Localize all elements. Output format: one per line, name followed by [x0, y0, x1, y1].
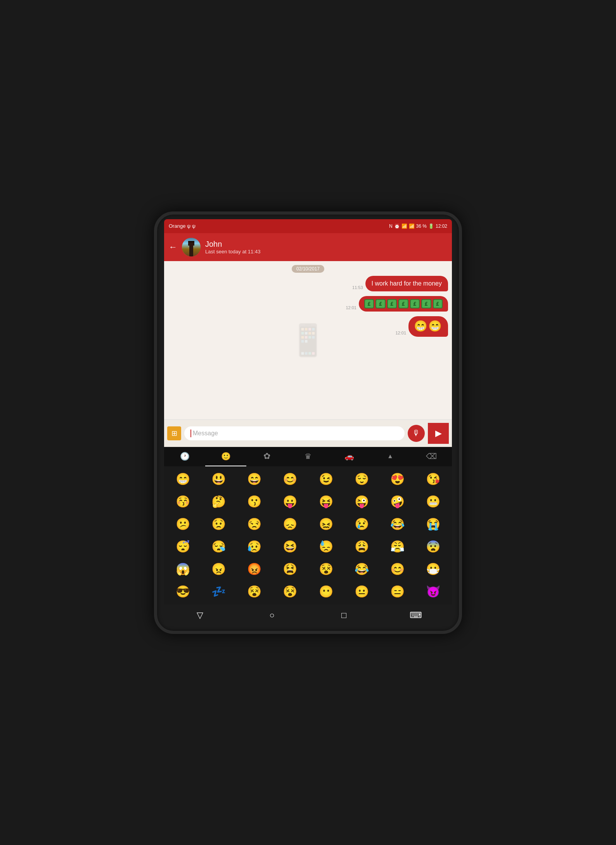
- device-screen: Orange ψ ψ N ⏰ 📶 📶 36 % 🔋 12:02 ← John L…: [164, 219, 452, 626]
- emoji-crazy[interactable]: 🤪: [380, 490, 415, 513]
- emoji-mask[interactable]: 😷: [415, 558, 451, 580]
- emoji-xmouth[interactable]: 😵: [272, 580, 308, 603]
- message-input-wrap[interactable]: Message: [184, 426, 405, 440]
- app-header: ← John Last seen today at 11:43: [164, 233, 452, 261]
- money-note: £: [433, 299, 443, 308]
- emoji-tab-recent[interactable]: 🕐: [164, 447, 205, 466]
- signal-icon: 📶: [409, 223, 415, 229]
- message-time: 12:01: [346, 305, 356, 310]
- emoji-grid: 😁 😃 😄 😊 😉 😌 😍 😘 😚 🤔 😗 😛 😝 😜 🤪 😬 😕 😟: [164, 466, 452, 604]
- emoji-tab-backspace[interactable]: ⌫: [411, 447, 452, 466]
- carrier-label: Orange ψ ψ: [169, 223, 196, 229]
- contact-status: Last seen today at 11:43: [205, 249, 447, 255]
- nav-bar: ▽ ○ □ ⌨: [164, 604, 452, 626]
- emoji-rage[interactable]: 😤: [380, 535, 415, 558]
- wifi-icon: 📶: [401, 223, 407, 229]
- battery-icon: 🔋: [428, 223, 434, 229]
- emoji-sleepy[interactable]: 😪: [201, 535, 236, 558]
- avatar-image: [182, 238, 201, 256]
- emoji-relieved[interactable]: 😌: [344, 468, 379, 490]
- money-note: £: [364, 299, 374, 308]
- status-indicators: N ⏰ 📶 📶 36 % 🔋 12:02: [389, 223, 447, 229]
- emoji-anguished[interactable]: 😖: [308, 513, 344, 535]
- contact-avatar[interactable]: [182, 238, 201, 256]
- message-bubble-emoji: 😁😁: [408, 316, 448, 336]
- emoji-laugh-cry[interactable]: 😂: [344, 558, 379, 580]
- emoji-weary[interactable]: 😩: [344, 535, 379, 558]
- emoji-scream[interactable]: 😱: [165, 558, 201, 580]
- emoji-blush[interactable]: 😊: [272, 468, 308, 490]
- message-time: 12:01: [395, 331, 406, 335]
- keyboard-grid-icon: ⊞: [171, 429, 177, 438]
- emoji-confused[interactable]: 😕: [165, 513, 201, 535]
- alarm-icon: ⏰: [394, 223, 400, 229]
- emoji-flat[interactable]: 😐: [344, 580, 379, 603]
- emoji-cry[interactable]: 😢: [344, 513, 379, 535]
- emoji-tab-symbols[interactable]: ▲: [370, 447, 411, 466]
- emoji-wink[interactable]: 😉: [308, 468, 344, 490]
- money-note: £: [398, 299, 408, 308]
- money-note: £: [421, 299, 431, 308]
- emoji-angry[interactable]: 😠: [201, 558, 236, 580]
- nav-back-button[interactable]: ▽: [190, 606, 210, 625]
- emoji-tab-travel[interactable]: 🚗: [329, 447, 370, 466]
- emoji-zzz[interactable]: 💤: [201, 580, 236, 603]
- emoji-grimace[interactable]: 😬: [415, 490, 451, 513]
- emoji-neutral[interactable]: 😶: [308, 580, 344, 603]
- emoji-disappointed[interactable]: 😞: [272, 513, 308, 535]
- emoji-worried[interactable]: 😟: [201, 513, 236, 535]
- emoji-sweat-smile[interactable]: 😆: [272, 535, 308, 558]
- emoji-tired[interactable]: 😫: [272, 558, 308, 580]
- nav-recents-button[interactable]: □: [334, 606, 354, 625]
- emoji-devil[interactable]: 😈: [415, 580, 451, 603]
- emoji-thinking[interactable]: 🤔: [201, 490, 236, 513]
- emoji-tab-nature[interactable]: ✿: [246, 447, 287, 466]
- emoji-kissing[interactable]: 😗: [237, 490, 272, 513]
- emoji-heart-eyes[interactable]: 😍: [380, 468, 415, 490]
- emoji-cold-sweat[interactable]: 😓: [308, 535, 344, 558]
- emoji-tab-smileys[interactable]: 🙂: [205, 447, 246, 466]
- emoji-joy[interactable]: 😂: [380, 513, 415, 535]
- emoji-blank[interactable]: 😑: [380, 580, 415, 603]
- emoji-fearful[interactable]: 😨: [415, 535, 451, 558]
- chat-messages: 02/10/2017 11:53 I work hard for the mon…: [164, 261, 452, 419]
- send-icon: ▶: [435, 428, 442, 438]
- emoji-squinting-tongue[interactable]: 😝: [308, 490, 344, 513]
- emoji-kissing-heart[interactable]: 😘: [415, 468, 451, 490]
- battery-label: 36 %: [416, 223, 427, 229]
- chat-area: 📱 02/10/2017 11:53 I work hard for the m…: [164, 261, 452, 419]
- device: Orange ψ ψ N ⏰ 📶 📶 36 % 🔋 12:02 ← John L…: [154, 211, 462, 634]
- emoji-xeyes[interactable]: 😵: [237, 580, 272, 603]
- emoji-sob[interactable]: 😭: [415, 513, 451, 535]
- keyboard-toggle-button[interactable]: ⊞: [167, 426, 181, 440]
- input-area: ⊞ Message 🎙 ▶: [164, 419, 452, 447]
- message-bubble-text: I work hard for the money: [365, 276, 448, 292]
- emoji-sunglasses[interactable]: 😎: [165, 580, 201, 603]
- cursor: [190, 429, 191, 437]
- emoji-red-angry[interactable]: 😡: [237, 558, 272, 580]
- voice-button[interactable]: 🎙: [408, 425, 425, 442]
- emoji-happy[interactable]: 😊: [380, 558, 415, 580]
- time-label: 12:02: [436, 223, 447, 229]
- emoji-expressionless[interactable]: 😒: [237, 513, 272, 535]
- message-row: 12:01 😁😁: [168, 316, 448, 336]
- emoji-smile[interactable]: 😄: [237, 468, 272, 490]
- emoji-grinning[interactable]: 😁: [165, 468, 201, 490]
- emoji-smiley[interactable]: 😃: [201, 468, 236, 490]
- nav-keyboard-button[interactable]: ⌨: [406, 606, 426, 625]
- emoji-winking-tongue[interactable]: 😜: [344, 490, 379, 513]
- emoji-kissing-closed[interactable]: 😚: [165, 490, 201, 513]
- send-button[interactable]: ▶: [428, 423, 449, 444]
- emoji-sweat[interactable]: 😥: [237, 535, 272, 558]
- microphone-icon: 🎙: [412, 429, 420, 438]
- money-note: £: [387, 299, 397, 308]
- money-note: £: [410, 299, 420, 308]
- emoji-sleeping[interactable]: 😴: [165, 535, 201, 558]
- nav-home-button[interactable]: ○: [262, 606, 282, 625]
- emoji-dizzy[interactable]: 😵: [308, 558, 344, 580]
- emoji-tab-objects[interactable]: ♛: [287, 447, 329, 466]
- message-input-placeholder[interactable]: Message: [193, 430, 218, 437]
- emoji-tabs: 🕐 🙂 ✿ ♛ 🚗 ▲ ⌫: [164, 447, 452, 466]
- back-button[interactable]: ←: [169, 242, 177, 252]
- emoji-tongue-out[interactable]: 😛: [272, 490, 308, 513]
